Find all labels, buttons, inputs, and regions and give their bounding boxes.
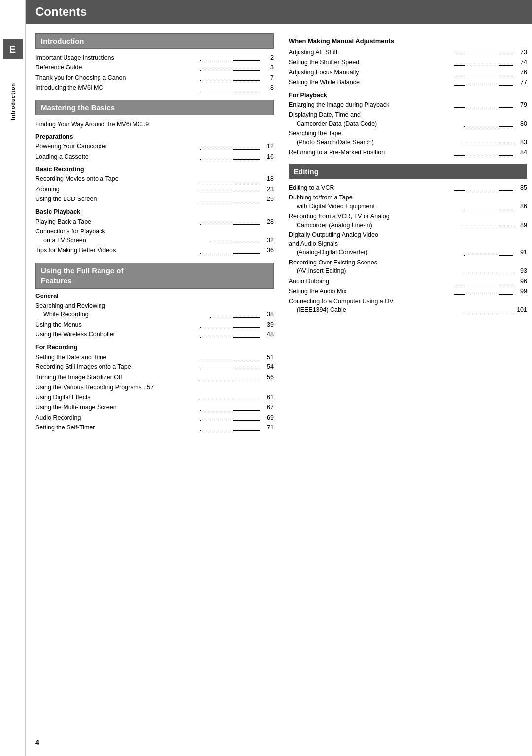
- subsection-manual-header: When Making Manual Adjustments: [289, 37, 527, 45]
- toc-entry: Using the Menus 39: [35, 320, 274, 330]
- sidebar: E Introduction: [0, 0, 26, 756]
- toc-entry: Audio Recording 69: [35, 413, 274, 423]
- section-mastering: Mastering the Basics Finding Your Way Ar…: [35, 100, 274, 256]
- toc-entry-dubbing: Dubbing to/from a Tape with Digital Vide…: [289, 193, 527, 212]
- toc-entry: Recording Still Images onto a Tape 54: [35, 362, 274, 373]
- section-introduction: Introduction Important Usage Instruction…: [35, 33, 274, 93]
- toc-entry-recording-vcr: Recording from a VCR, TV or Analog Camco…: [289, 212, 527, 230]
- toc-entry-searching: Searching and Reviewing While Recording …: [35, 301, 274, 320]
- page-number: 4: [26, 733, 532, 756]
- toc-entry: Finding Your Way Around the MV6i MC..9: [35, 119, 274, 130]
- toc-entry: Enlarging the Image during Playback 79: [289, 100, 527, 110]
- toc-entry: Zooming 23: [35, 184, 274, 195]
- toc-entry: Thank you for Choosing a Canon 7: [35, 73, 274, 83]
- section-header-introduction: Introduction: [35, 33, 274, 49]
- section-header-full-range: Using the Full Range ofFeatures: [35, 263, 274, 289]
- toc-entry: Using the LCD Screen 25: [35, 195, 274, 205]
- toc-entry: Reference Guide 3: [35, 63, 274, 73]
- section-full-range: Using the Full Range ofFeatures General …: [35, 263, 274, 433]
- toc-entry: Using the Wireless Controller 48: [35, 330, 274, 340]
- toc-entry-digitally: Digitally Outputting Analog Video and Au…: [289, 230, 527, 258]
- section-editing: Editing Editing to a VCR 85 Dubbing to/f…: [289, 164, 527, 315]
- page-wrapper: E Introduction Contents Introduction Imp…: [0, 0, 532, 756]
- toc-entry: Tips for Making Better Videos 36: [35, 246, 274, 256]
- toc-entry: Using the Multi-Image Screen 67: [35, 403, 274, 413]
- columns-layout: Introduction Important Usage Instruction…: [26, 24, 532, 733]
- sidebar-e-label: E: [3, 39, 23, 59]
- toc-entry: Turning the Image Stabilizer Off 56: [35, 372, 274, 383]
- toc-entry: Using Digital Effects 61: [35, 393, 274, 403]
- subsection-preparations: Preparations: [35, 133, 274, 140]
- left-column: Introduction Important Usage Instruction…: [35, 33, 274, 723]
- toc-entry: Loading a Cassette 16: [35, 152, 274, 162]
- sidebar-rotated-text: Introduction: [10, 83, 16, 120]
- toc-entry-displaying: Displaying Date, Time and Camcorder Data…: [289, 110, 527, 129]
- toc-entry: Recording Movies onto a Tape 18: [35, 174, 274, 185]
- toc-entry: Setting the Self-Timer 71: [35, 423, 274, 433]
- toc-entry: Setting the Date and Time 51: [35, 352, 274, 362]
- toc-entry: Using the Various Recording Programs ..5…: [35, 383, 274, 393]
- toc-entry-connecting-dv: Connecting to a Computer Using a DV (IEE…: [289, 296, 527, 315]
- toc-entry-recording-over: Recording Over Existing Scenes (AV Inser…: [289, 258, 527, 276]
- toc-entry: Introducing the MV6i MC 8: [35, 83, 274, 94]
- toc-entry: Setting the White Balance 77: [289, 78, 527, 88]
- toc-entry: Editing to a VCR 85: [289, 183, 527, 193]
- subsection-general: General: [35, 293, 274, 299]
- toc-entry: Audio Dubbing 96: [289, 276, 527, 287]
- section-manual-adjustments: When Making Manual Adjustments Adjusting…: [289, 37, 527, 158]
- subsection-for-recording: For Recording: [35, 344, 274, 351]
- toc-entry: Adjusting AE Shift 73: [289, 47, 527, 58]
- subsection-basic-recording: Basic Recording: [35, 166, 274, 173]
- toc-entry-searching-tape: Searching the Tape (Photo Search/Date Se…: [289, 129, 527, 148]
- right-column: When Making Manual Adjustments Adjusting…: [289, 33, 527, 723]
- toc-entry: Setting the Audio Mix 99: [289, 287, 527, 297]
- toc-entry: Important Usage Instructions 2: [35, 53, 274, 63]
- toc-entry: Setting the Shutter Speed 74: [289, 58, 527, 68]
- toc-entry: Powering Your Camcorder 12: [35, 142, 274, 152]
- toc-entry-connections: Connections for Playback on a TV Screen …: [35, 227, 274, 246]
- toc-entry: Returning to a Pre-Marked Position 84: [289, 148, 527, 158]
- subsection-for-playback: For Playback: [289, 92, 527, 99]
- main-content: Contents Introduction Important Usage In…: [26, 0, 532, 756]
- subsection-basic-playback: Basic Playback: [35, 208, 274, 215]
- toc-entry: Adjusting Focus Manually 76: [289, 67, 527, 78]
- page-title: Contents: [26, 0, 532, 24]
- section-header-editing: Editing: [289, 164, 527, 179]
- toc-entry: Playing Back a Tape 28: [35, 217, 274, 227]
- section-header-mastering: Mastering the Basics: [35, 100, 274, 115]
